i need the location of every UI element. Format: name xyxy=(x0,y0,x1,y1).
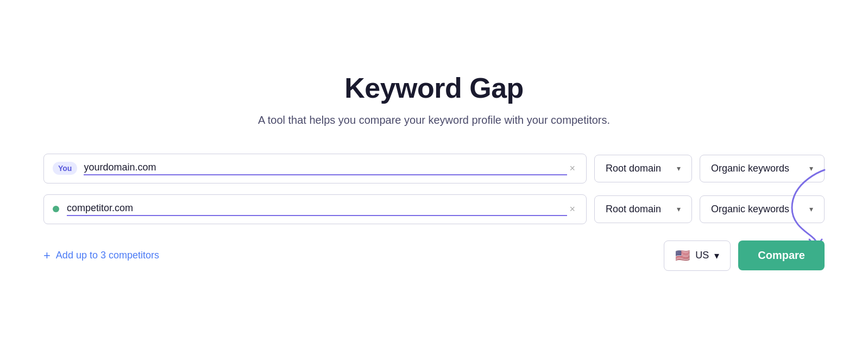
country-code-label: US xyxy=(695,250,709,261)
competitor-domain-input[interactable] xyxy=(67,202,567,216)
your-domain-input[interactable] xyxy=(84,162,567,175)
clear-your-domain-button[interactable]: × xyxy=(567,163,577,174)
page-title: Keyword Gap xyxy=(344,72,524,104)
competitor-domain-type-dropdown[interactable]: Root domain ▾ xyxy=(594,195,692,223)
your-domain-type-label: Root domain xyxy=(606,163,661,174)
your-domain-type-chevron: ▾ xyxy=(677,164,681,173)
page-container: Keyword Gap A tool that helps you compar… xyxy=(0,50,868,293)
add-competitors-button[interactable]: + Add up to 3 competitors xyxy=(43,249,159,263)
bottom-right-wrapper: 🇺🇸 US ▾ Compare xyxy=(664,240,825,271)
competitor-domain-type-chevron: ▾ xyxy=(677,205,681,213)
add-competitors-label: Add up to 3 competitors xyxy=(56,250,159,261)
page-subtitle: A tool that helps you compare your keywo… xyxy=(258,114,610,126)
competitor-domain-type-label: Root domain xyxy=(606,204,661,215)
your-keyword-type-chevron: ▾ xyxy=(809,164,813,173)
row-competitor: × Root domain ▾ Organic keywords ▾ xyxy=(43,194,825,224)
bottom-right-controls: 🇺🇸 US ▾ Compare xyxy=(664,240,825,271)
your-keyword-type-label: Organic keywords xyxy=(711,163,789,174)
clear-competitor-domain-button[interactable]: × xyxy=(567,204,577,215)
row-you: You × Root domain ▾ Organic keywords ▾ xyxy=(43,154,825,183)
you-badge: You xyxy=(53,162,77,175)
country-chevron: ▾ xyxy=(714,250,719,262)
competitor-domain-wrapper: × xyxy=(43,194,587,224)
flag-icon: 🇺🇸 xyxy=(675,249,690,263)
your-keyword-type-dropdown[interactable]: Organic keywords ▾ xyxy=(700,155,825,182)
competitor-keyword-type-chevron: ▾ xyxy=(809,205,813,213)
competitor-keyword-type-dropdown[interactable]: Organic keywords ▾ xyxy=(700,195,825,223)
form-area: You × Root domain ▾ Organic keywords ▾ ×… xyxy=(43,154,825,271)
competitor-dot-indicator xyxy=(53,206,59,212)
compare-button[interactable]: Compare xyxy=(738,240,825,270)
country-dropdown[interactable]: 🇺🇸 US ▾ xyxy=(664,240,731,271)
bottom-row: + Add up to 3 competitors 🇺🇸 US ▾ Compar… xyxy=(43,240,825,271)
you-domain-wrapper: You × xyxy=(43,154,587,183)
plus-icon: + xyxy=(43,249,51,263)
competitor-keyword-type-label: Organic keywords xyxy=(711,204,789,215)
your-domain-type-dropdown[interactable]: Root domain ▾ xyxy=(594,155,692,182)
